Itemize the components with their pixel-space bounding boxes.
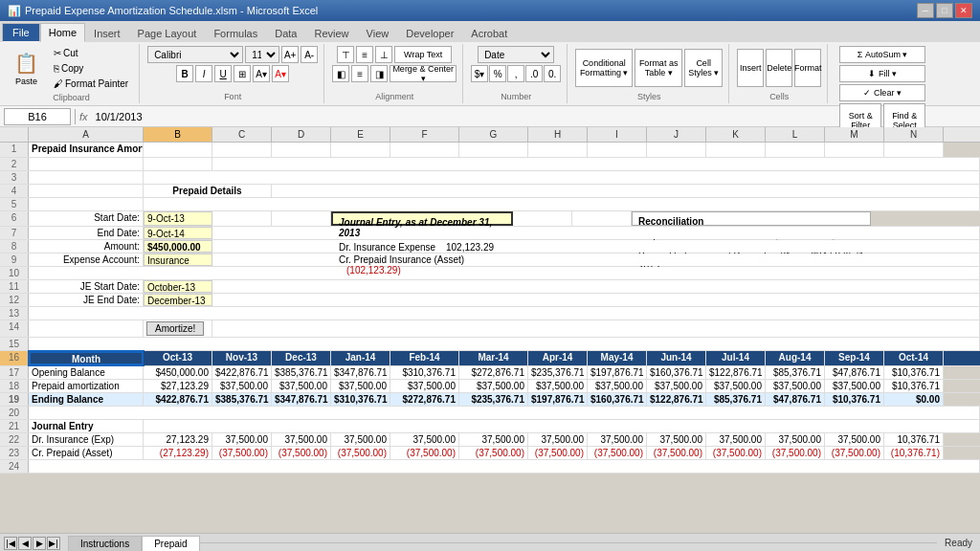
cell-e16[interactable]: Dec-13 [272,351,331,365]
autosum-button[interactable]: Σ AutoSum ▾ [839,46,925,63]
col-l[interactable]: L [766,127,825,142]
tab-last-button[interactable]: ▶| [47,537,60,550]
tab-insert[interactable]: Insert [85,23,129,42]
italic-button[interactable]: I [195,65,212,82]
cell-e1[interactable] [331,143,390,157]
cell-a2[interactable] [29,158,144,170]
cell-b19[interactable]: $422,876.71 [144,393,212,406]
cell-l16[interactable]: Jul-14 [706,351,766,365]
cell-b16[interactable]: Month [29,351,144,365]
cell-b18[interactable]: $27,123.29 [144,380,212,392]
cell-a21[interactable]: Journal Entry [29,420,144,432]
bold-button[interactable]: B [176,65,193,82]
cell-end-date[interactable]: 9-Oct-14 [144,227,212,239]
cell-g19[interactable]: $235,376.71 [459,393,528,406]
sheet-tab-instructions[interactable]: Instructions [68,536,142,551]
fill-color-button[interactable]: A▾ [253,65,270,82]
underline-button[interactable]: U [214,65,232,82]
cell-a23[interactable]: Cr. Prepaid (Asset) [29,447,144,459]
font-grow-button[interactable]: A+ [281,46,299,63]
col-a[interactable]: A [29,127,144,142]
col-n[interactable]: N [884,127,944,142]
amortize-button[interactable]: Amortize! [146,321,204,336]
close-button[interactable]: ✕ [955,3,972,18]
cell-g1[interactable] [459,143,528,157]
cell-m1[interactable] [825,143,884,157]
cell-a22[interactable]: Dr. Insurance (Exp) [29,433,144,446]
cell-styles-button[interactable]: Cell Styles ▾ [684,49,723,87]
merge-center-button[interactable]: Merge & Center ▾ [390,65,457,82]
cell-b17[interactable]: $450,000.00 [144,366,212,379]
decimal-dec-button[interactable]: 0. [544,65,561,82]
col-k[interactable]: K [706,127,766,142]
tab-formulas[interactable]: Formulas [205,23,266,42]
cell-i1[interactable] [588,143,647,157]
title-bar-controls[interactable]: ─ □ ✕ [917,3,972,18]
cell-a1[interactable]: Prepaid Insurance Amortization Schedule [29,143,144,157]
align-right-button[interactable]: ◨ [370,65,388,82]
cell-h1[interactable] [528,143,588,157]
cell-a19[interactable]: Ending Balance [29,393,144,406]
cell-expense-account-label[interactable]: Expense Account: [29,253,144,266]
cell-f1[interactable] [390,143,459,157]
cell-d19[interactable]: $347,876.71 [272,393,331,406]
cell-m16[interactable]: Aug-14 [766,351,825,365]
cell-k1[interactable] [706,143,766,157]
cell-e19[interactable]: $310,376.71 [331,393,390,406]
tab-prev-button[interactable]: ◀ [18,537,32,550]
wrap-text-button[interactable]: Wrap Text [394,46,452,63]
formula-input[interactable] [92,108,976,125]
cell-c18[interactable]: $37,500.00 [212,380,272,392]
cell-e23[interactable]: (37,500.00) [331,447,390,459]
cell-g17[interactable]: $272,876.71 [459,366,528,379]
cell-h16[interactable]: Mar-14 [459,351,528,365]
tab-developer[interactable]: Developer [397,23,462,42]
align-left-button[interactable]: ◧ [332,65,349,82]
cell-b22[interactable]: 27,123.29 [144,433,212,446]
col-m[interactable]: M [825,127,884,142]
cell-g22[interactable]: 37,500.00 [459,433,528,446]
format-cells-button[interactable]: Format [794,49,821,87]
cell-g16[interactable]: Feb-14 [390,351,459,365]
cell-d22[interactable]: 37,500.00 [272,433,331,446]
currency-button[interactable]: $▾ [471,65,488,82]
cell-k16[interactable]: Jun-14 [647,351,706,365]
cell-je-end[interactable]: December-13 [144,294,212,306]
tab-view[interactable]: View [358,23,398,42]
cell-d1[interactable] [272,143,331,157]
col-j[interactable]: J [647,127,706,142]
cell-e22[interactable]: 37,500.00 [331,433,390,446]
minimize-button[interactable]: ─ [917,3,934,18]
font-name-select[interactable]: Calibri [147,46,243,63]
cell-n16[interactable]: Sep-14 [825,351,884,365]
cell-f22[interactable]: 37,500.00 [390,433,459,446]
delete-cells-button[interactable]: Delete [766,49,792,87]
clear-button[interactable]: ✓ Clear ▾ [839,84,925,101]
tab-first-button[interactable]: |◀ [4,537,17,550]
cell-j16[interactable]: May-14 [588,351,647,365]
font-color-button[interactable]: A▾ [272,65,289,82]
cell-d23[interactable]: (37,500.00) [272,447,331,459]
copy-button[interactable]: ⎘ Copy [49,61,133,76]
cell-start-date-label[interactable]: Start Date: [29,211,144,226]
cell-je-end-label[interactable]: JE End Date: [29,294,144,306]
insert-cells-button[interactable]: Insert [737,49,764,87]
col-i[interactable]: I [588,127,647,142]
fill-button[interactable]: ⬇ Fill ▾ [839,65,925,82]
cell-expense-account[interactable]: Insurance [144,253,212,266]
cell-g23[interactable]: (37,500.00) [459,447,528,459]
col-e[interactable]: E [331,127,390,142]
format-as-table-button[interactable]: Format as Table ▾ [635,49,682,87]
cell-e17[interactable]: $347,876.71 [331,366,390,379]
percent-button[interactable]: % [489,65,506,82]
col-h[interactable]: H [528,127,588,142]
cell-j1[interactable] [647,143,706,157]
number-format-select[interactable]: Date [478,46,554,63]
cell-o16[interactable]: Oct-14 [884,351,944,365]
align-center-button[interactable]: ≡ [351,65,368,82]
cell-d16[interactable]: Nov-13 [212,351,272,365]
cell-prepaid-details-label[interactable]: Prepaid Details [144,185,272,197]
col-c[interactable]: C [212,127,272,142]
cell-b23[interactable]: (27,123.29) [144,447,212,459]
cell-l1[interactable] [766,143,825,157]
